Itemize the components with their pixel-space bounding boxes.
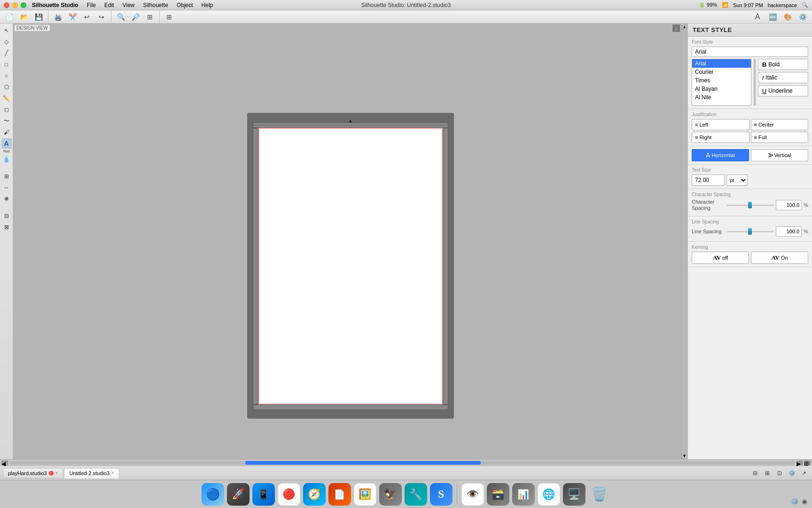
- dock-chrome2[interactable]: 🌐: [538, 483, 560, 506]
- dock-finder[interactable]: 🔵: [202, 483, 224, 506]
- menu-file[interactable]: File: [83, 2, 100, 8]
- character-spacing-slider[interactable]: [726, 201, 774, 209]
- font-item-times[interactable]: Times: [692, 76, 751, 85]
- kerning-on-btn[interactable]: AV On: [751, 252, 808, 264]
- scroll-up-btn[interactable]: ▲: [681, 24, 688, 30]
- transform-btn[interactable]: ↔: [1, 183, 12, 193]
- dock-appstore[interactable]: 📱: [252, 483, 275, 506]
- dock-safari[interactable]: 🧭: [303, 483, 326, 506]
- text-tool[interactable]: A: [1, 138, 12, 149]
- dock-windowmanager[interactable]: 🗃️: [487, 483, 509, 506]
- font-item-arial[interactable]: Arial: [692, 59, 751, 68]
- dock-imac[interactable]: 🖥️: [563, 483, 586, 506]
- text-btn[interactable]: A: [751, 10, 764, 24]
- dock-preview[interactable]: 👁️: [461, 483, 484, 506]
- grid-btn[interactable]: ⊞: [163, 10, 176, 24]
- horizontal-orientation-btn[interactable]: A Horizontal: [692, 149, 749, 161]
- dock-trash[interactable]: 🗑️: [588, 483, 611, 506]
- rectangle-tool[interactable]: □: [1, 59, 12, 70]
- redo-btn[interactable]: ↪: [95, 10, 108, 24]
- print-btn[interactable]: 🖨️: [51, 10, 64, 24]
- horizontal-scrollbar[interactable]: ◀ ▶ ⊞: [0, 459, 812, 466]
- font-list-scroll[interactable]: [754, 59, 756, 106]
- justify-left-btn[interactable]: ≡ Left: [692, 119, 750, 130]
- new-btn[interactable]: 📄: [3, 10, 16, 24]
- tab-untitled2[interactable]: Untitled-2.studio3 ×: [64, 468, 119, 478]
- align-btn[interactable]: ⊟: [1, 211, 12, 221]
- dock-presentation[interactable]: 📊: [512, 483, 535, 506]
- fullscreen-button[interactable]: [21, 2, 26, 8]
- menu-silhouette[interactable]: Silhouette: [140, 2, 172, 8]
- ellipse-tool[interactable]: ○: [1, 71, 12, 81]
- dock-photos[interactable]: 🖼️: [354, 483, 376, 506]
- canvas-paper[interactable]: [258, 128, 443, 405]
- cut-btn[interactable]: ✂️: [66, 10, 79, 24]
- zoom-in-btn[interactable]: 🔍: [114, 10, 127, 24]
- line-tool[interactable]: ╱: [1, 48, 12, 58]
- kerning-off-btn[interactable]: AV off: [692, 252, 749, 264]
- menu-object[interactable]: Object: [173, 2, 197, 8]
- draw-tool[interactable]: ✏️: [1, 93, 12, 103]
- zoom-out-btn[interactable]: 🔎: [129, 10, 142, 24]
- character-spacing-value[interactable]: [776, 200, 802, 210]
- settings-icon[interactable]: ⚙️: [787, 468, 797, 478]
- dropper-tool[interactable]: 💧: [1, 154, 12, 165]
- close-button[interactable]: [4, 2, 9, 8]
- align-distribute-btn[interactable]: ⊟: [750, 468, 760, 478]
- trace-btn[interactable]: 🔤: [766, 10, 779, 24]
- layers-btn[interactable]: ⊞: [1, 171, 12, 182]
- line-spacing-value[interactable]: [776, 226, 802, 237]
- line-slider-thumb[interactable]: [748, 228, 752, 235]
- scroll-down-btn[interactable]: ▼: [681, 452, 688, 459]
- undo-btn[interactable]: ↩: [80, 10, 94, 24]
- font-item-courier[interactable]: Courier: [692, 68, 751, 76]
- menu-help[interactable]: Help: [198, 2, 217, 8]
- eraser-tool[interactable]: ◻: [1, 104, 12, 115]
- share-icon[interactable]: ↗: [799, 468, 809, 478]
- font-name-input[interactable]: [692, 47, 808, 57]
- dock-gallery[interactable]: 🦅: [379, 483, 402, 506]
- dock-settings-icon[interactable]: ⚙️: [791, 498, 799, 505]
- vertical-orientation-btn[interactable]: A Vertical: [751, 149, 808, 161]
- replicate-btn[interactable]: ❋: [1, 194, 12, 204]
- tab-untitled2-close[interactable]: ×: [111, 470, 114, 476]
- font-list[interactable]: Arial Courier Times Al Bayan Al Nile: [692, 59, 751, 106]
- paint-tool[interactable]: 🖌: [1, 127, 12, 137]
- h-scroll-right-btn[interactable]: ▶: [796, 460, 803, 465]
- justify-center-btn[interactable]: ≡ Center: [751, 119, 809, 130]
- line-spacing-slider[interactable]: [726, 228, 774, 235]
- dock-arduino[interactable]: 🔧: [405, 483, 427, 506]
- text-size-input[interactable]: [692, 175, 725, 186]
- fill-btn[interactable]: 🎨: [781, 10, 794, 24]
- justify-full-btn[interactable]: ≡ Full: [751, 132, 809, 143]
- save-btn[interactable]: 💾: [32, 10, 45, 24]
- menu-edit[interactable]: Edit: [101, 2, 118, 8]
- tab-playhard[interactable]: playHard.studio3 i ×: [3, 468, 63, 478]
- vertical-scrollbar[interactable]: ▲ ▼: [681, 24, 687, 459]
- dock-silhouette[interactable]: S: [430, 483, 453, 506]
- polygon-tool[interactable]: ⬠: [1, 82, 12, 92]
- text-size-unit-select[interactable]: pt px in mm: [726, 175, 748, 186]
- underline-btn[interactable]: U Underline: [758, 85, 808, 96]
- char-slider-thumb[interactable]: [748, 202, 752, 208]
- menu-view[interactable]: View: [119, 2, 139, 8]
- curve-tool[interactable]: 〜: [1, 116, 12, 126]
- italic-btn[interactable]: I Italic: [758, 72, 808, 83]
- h-scroll-left-btn[interactable]: ◀: [1, 460, 8, 465]
- select-tool[interactable]: ↖: [1, 25, 12, 36]
- align-btn2[interactable]: ⊞: [762, 468, 773, 478]
- zoom-fit-btn[interactable]: ⊞: [143, 10, 156, 24]
- search-icon[interactable]: 🔍: [802, 2, 808, 8]
- dock-pdf[interactable]: 📄: [328, 483, 351, 506]
- dock-launchpad[interactable]: 🚀: [227, 483, 250, 506]
- expand-canvas-btn[interactable]: ⊞: [804, 460, 811, 465]
- font-item-alnile[interactable]: Al Nile: [692, 93, 751, 102]
- h-scroll-thumb[interactable]: [245, 461, 481, 465]
- font-item-albayan[interactable]: Al Bayan: [692, 85, 751, 93]
- open-btn[interactable]: 📂: [17, 10, 31, 24]
- bold-btn[interactable]: B Bold: [758, 59, 808, 70]
- node-tool[interactable]: ◇: [1, 37, 12, 47]
- cut-settings-btn[interactable]: ⚙️: [796, 10, 809, 24]
- dock-chrome[interactable]: 🔴: [278, 483, 300, 506]
- group-btn[interactable]: ⊡: [774, 468, 785, 478]
